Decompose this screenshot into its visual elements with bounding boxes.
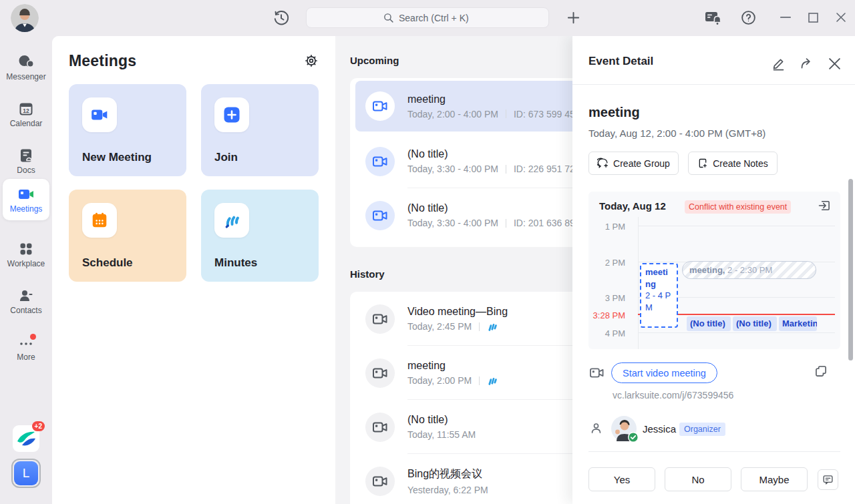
create-notes-label: Create Notes — [713, 158, 767, 169]
join-icon — [214, 97, 249, 132]
meeting-title: (No title) — [407, 148, 575, 160]
video-camera-icon — [365, 413, 395, 442]
sidebar-item-label: Docs — [17, 166, 35, 175]
history-icon[interactable] — [273, 9, 290, 27]
video-camera-icon — [365, 201, 395, 230]
title-bar — [0, 0, 855, 36]
video-camera-icon — [589, 366, 605, 380]
video-camera-icon — [365, 358, 395, 388]
card-label: Join — [214, 151, 238, 164]
lark-app-icon[interactable]: +2 — [13, 425, 39, 452]
meeting-title: (No title) — [407, 414, 476, 426]
search-input[interactable] — [399, 13, 472, 23]
more-unread-dot — [30, 334, 36, 340]
rsvp-no-button[interactable]: No — [665, 467, 731, 491]
sidebar-item-label: Calendar — [10, 119, 43, 128]
sidebar-item-contacts[interactable]: Contacts — [3, 280, 49, 322]
history-item[interactable]: (No title) Today, 11:55 AM — [350, 400, 588, 454]
history-item[interactable]: Video meeting—Bing Today, 2:45 PM — [350, 292, 588, 346]
messenger-icon — [17, 54, 35, 70]
video-camera-icon — [365, 467, 395, 496]
sidebar-item-calendar[interactable]: 12 Calendar — [3, 93, 49, 135]
meeting-link[interactable]: vc.larksuite.com/j/673599456 — [613, 390, 733, 401]
window-maximize-button[interactable] — [808, 13, 818, 23]
create-group-label: Create Group — [613, 158, 670, 169]
upcoming-item[interactable]: (No title) Today, 3:30 - 4:00 PM ID: 226… — [350, 134, 588, 188]
sidebar-item-workplace[interactable]: Workplace — [3, 234, 49, 275]
help-icon[interactable] — [740, 9, 757, 26]
conflict-event-chip[interactable]: (No title) — [687, 316, 731, 331]
window-close-button[interactable] — [836, 12, 846, 23]
page-title: Meetings — [69, 52, 136, 70]
more-dots-icon — [18, 334, 34, 350]
tenant-avatar[interactable]: L — [11, 459, 41, 488]
minutes-logo-icon — [214, 203, 249, 238]
divider — [588, 451, 840, 452]
new-action-plus-icon[interactable] — [566, 10, 581, 25]
meeting-title: (No title) — [407, 202, 575, 214]
user-avatar[interactable] — [11, 4, 39, 32]
panel-scrollbar[interactable] — [848, 179, 853, 360]
rsvp-yes-button[interactable]: Yes — [588, 467, 655, 491]
upcoming-item[interactable]: (No title) Today, 3:30 - 4:00 PM ID: 201… — [350, 188, 588, 242]
ghost-event-block[interactable]: meeting, 2 - 2:30 PM — [682, 261, 816, 279]
workplace-icon — [18, 241, 34, 257]
doc-plus-icon — [697, 158, 708, 169]
ghost-event-time: 2 - 2:30 PM — [725, 265, 772, 275]
edit-icon[interactable] — [770, 55, 787, 72]
schedule-card[interactable]: Schedule — [69, 190, 186, 282]
minutes-logo-icon[interactable] — [487, 376, 497, 386]
selected-event-block[interactable]: meeting 2 - 4 PM — [640, 263, 678, 328]
rsvp-maybe-button[interactable]: Maybe — [741, 467, 808, 491]
ghost-event-title: meeting, — [689, 265, 725, 275]
sidebar-item-meetings[interactable]: Meetings — [3, 179, 49, 220]
create-notes-button[interactable]: Create Notes — [688, 152, 778, 175]
meeting-time: Today, 2:00 PM — [407, 375, 472, 386]
meeting-title: Bing的视频会议 — [407, 467, 488, 481]
start-video-meeting-button[interactable]: Start video meeting — [611, 362, 717, 383]
history-item[interactable]: Bing的视频会议 Yesterday, 6:22 PM — [350, 454, 588, 504]
grid-line — [638, 332, 835, 333]
event-block-title: meeting — [645, 266, 673, 290]
attendee-avatar[interactable] — [611, 416, 637, 441]
sidebar-item-more[interactable]: More — [3, 327, 49, 368]
rsvp-comment-icon[interactable] — [818, 469, 838, 490]
create-group-button[interactable]: Create Group — [588, 152, 679, 175]
minutes-logo-icon[interactable] — [487, 322, 497, 332]
close-icon[interactable] — [826, 55, 843, 72]
upcoming-item-selected[interactable]: meeting Today, 2:00 - 4:00 PM ID: 673 59… — [355, 81, 582, 132]
meeting-time: Today, 2:00 - 4:00 PM — [407, 109, 498, 119]
gear-icon[interactable] — [304, 53, 319, 68]
sidebar-item-messenger[interactable]: Messenger — [3, 47, 49, 88]
sidebar-item-label: More — [17, 352, 35, 362]
accepted-check-badge — [628, 432, 639, 443]
new-meeting-card[interactable]: New Meeting — [69, 84, 186, 176]
meeting-notifications-icon[interactable] — [704, 10, 722, 26]
copy-link-icon[interactable] — [814, 364, 828, 378]
window-minimize-button[interactable] — [780, 17, 791, 19]
sidebar-item-label: Messenger — [6, 72, 45, 81]
meeting-id: ID: 673 599 45 — [514, 109, 575, 119]
hour-label: 2 PM — [585, 258, 625, 268]
tenant-avatar-letter: L — [14, 461, 38, 485]
card-label: Schedule — [82, 256, 133, 270]
app-sidebar: Messenger 12 Calendar Docs — [0, 36, 52, 504]
history-item[interactable]: meeting Today, 2:00 PM — [350, 346, 588, 400]
share-icon[interactable] — [798, 55, 815, 72]
main-region: Meetings New Meeting — [52, 36, 855, 504]
global-search[interactable] — [306, 7, 549, 28]
day-view-card: Today, Aug 12 Conflict with existing eve… — [588, 192, 840, 349]
conflict-event-chip[interactable]: (No title) — [733, 316, 777, 331]
open-in-calendar-icon[interactable] — [818, 199, 831, 212]
join-card[interactable]: Join — [201, 84, 319, 176]
meeting-time: Today, 11:55 AM — [407, 429, 476, 440]
sidebar-item-docs[interactable]: Docs — [3, 140, 49, 182]
divider — [506, 109, 506, 118]
event-detail-panel: Event Detail meeting Today, Aug 12, 2:00… — [572, 36, 855, 504]
event-detail-header: Event Detail — [572, 36, 855, 85]
conflict-event-chip[interactable]: Marketing — [779, 316, 817, 331]
minutes-card[interactable]: Minutes — [201, 190, 319, 282]
card-label: Minutes — [214, 256, 257, 270]
meeting-time: Yesterday, 6:22 PM — [407, 485, 488, 495]
current-time-label: 3:28 PM — [585, 310, 625, 320]
